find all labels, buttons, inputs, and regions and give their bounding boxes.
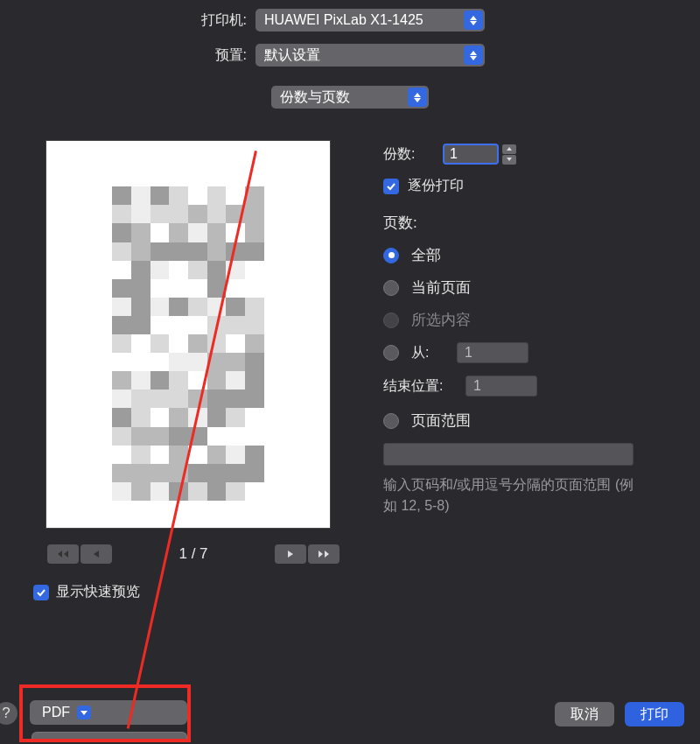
pages-range-input[interactable] [383,443,634,466]
copies-stepper[interactable] [502,144,516,165]
show-quick-preview-checkbox[interactable] [33,585,49,600]
cancel-button[interactable]: 取消 [555,702,614,726]
pages-from-input[interactable] [457,342,528,363]
first-page-button[interactable] [47,544,79,564]
pages-current-label: 当前页面 [411,277,471,298]
pages-selection-radio [383,312,399,328]
chevron-updown-icon [408,88,427,107]
pages-range-label: 页面范围 [411,411,471,431]
show-quick-preview-label: 显示快速预览 [56,583,140,601]
collate-checkbox[interactable] [383,179,399,194]
pages-selection-label: 所选内容 [411,310,471,330]
pages-to-label: 结束位置: [383,377,453,396]
copies-label: 份数: [383,145,434,164]
pages-current-radio[interactable] [383,280,399,296]
copies-input[interactable] [443,144,499,165]
pages-from-radio[interactable] [383,345,399,361]
printer-label: 打印机: [18,11,256,30]
last-page-button[interactable] [308,544,340,564]
pages-range-radio[interactable] [383,413,399,429]
pages-from-label: 从: [411,344,444,362]
page-counter: 1 / 7 [178,545,207,563]
preset-select[interactable]: 默认设置 [256,44,485,67]
annotation-box [19,684,191,742]
collate-label: 逐份打印 [408,177,464,195]
chevron-updown-icon [464,11,483,30]
pages-to-input[interactable] [466,376,537,397]
section-select[interactable]: 份数与页数 [271,86,429,109]
help-button[interactable]: ? [0,702,18,725]
preview-page [46,140,331,529]
prev-page-button[interactable] [80,544,112,564]
next-page-button[interactable] [275,544,306,564]
printer-select[interactable]: HUAWEI PixLab X1-1425 [256,9,485,32]
pages-hint: 输入页码和/或用逗号分隔的页面范围 (例如 12, 5-8) [383,474,646,516]
printer-select-value: HUAWEI PixLab X1-1425 [264,12,424,28]
pages-all-label: 全部 [411,245,441,265]
preset-label: 预置: [18,46,256,65]
preset-select-value: 默认设置 [264,46,320,65]
print-button[interactable]: 打印 [625,702,684,726]
pages-header: 页数: [383,213,682,233]
section-select-value: 份数与页数 [280,88,350,107]
pages-all-radio[interactable] [383,248,399,263]
chevron-updown-icon [464,46,483,65]
